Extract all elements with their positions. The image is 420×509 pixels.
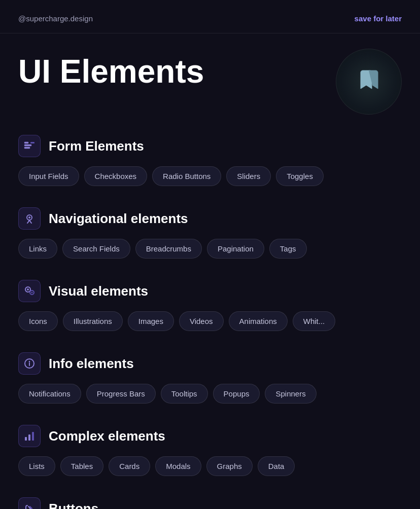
tag-progress-bars[interactable]: Progress Bars (86, 384, 156, 404)
tag-notifications[interactable]: Notifications (18, 384, 81, 404)
category-header-info-elements: Info elements (18, 352, 402, 375)
bookmark-circle[interactable] (336, 49, 402, 115)
category-title-info-elements: Info elements (49, 356, 134, 372)
category-title-buttons: Buttons (49, 501, 98, 510)
category-header-navigational-elements: Navigational elements (18, 207, 402, 230)
top-bar: @supercharge.design save for later (0, 0, 420, 33)
category-title-complex-elements: Complex elements (49, 428, 165, 444)
category-buttons: Buttons (18, 497, 402, 509)
tag-tooltips[interactable]: Tooltips (161, 384, 208, 404)
category-complex-elements: Complex elementsListsTablesCardsModalsGr… (18, 425, 402, 476)
tag-modals[interactable]: Modals (155, 456, 201, 476)
svg-rect-1 (24, 144, 31, 146)
nav-icon (18, 207, 41, 230)
svg-rect-3 (30, 142, 34, 143)
tag-tags[interactable]: Tags (269, 239, 307, 259)
category-title-navigational-elements: Navigational elements (49, 211, 188, 227)
svg-rect-12 (25, 437, 27, 441)
tag-whit[interactable]: Whit... (293, 311, 336, 331)
tag-tables[interactable]: Tables (60, 456, 103, 476)
svg-point-11 (29, 361, 30, 362)
form-icon (18, 135, 41, 157)
tags-row-complex-elements: ListsTablesCardsModalsGraphsData (18, 456, 402, 476)
tag-illustrations[interactable]: Illustrations (63, 311, 123, 331)
category-form-elements: Form ElementsInput FieldsCheckboxesRadio… (18, 135, 402, 186)
tag-links[interactable]: Links (18, 239, 57, 259)
brand-handle: @supercharge.design (18, 14, 93, 23)
tag-spinners[interactable]: Spinners (265, 384, 316, 404)
visual-icon (18, 280, 41, 302)
tag-pagination[interactable]: Pagination (207, 239, 264, 259)
tag-animations[interactable]: Animations (229, 311, 288, 331)
tag-lists[interactable]: Lists (18, 456, 55, 476)
tag-radio-buttons[interactable]: Radio Buttons (152, 166, 221, 186)
svg-rect-2 (24, 147, 30, 149)
tag-data[interactable]: Data (258, 456, 295, 476)
tag-images[interactable]: Images (128, 311, 174, 331)
tag-toggles[interactable]: Toggles (276, 166, 324, 186)
hero-section: UI Elements (0, 33, 420, 120)
tag-cards[interactable]: Cards (109, 456, 150, 476)
bookmark-icon (359, 68, 379, 95)
category-header-form-elements: Form Elements (18, 135, 402, 157)
save-for-later-button[interactable]: save for later (355, 14, 402, 23)
svg-point-7 (27, 288, 29, 290)
category-navigational-elements: Navigational elementsLinksSearch FieldsB… (18, 207, 402, 259)
svg-point-9 (31, 292, 33, 294)
tags-row-info-elements: NotificationsProgress BarsTooltipsPopups… (18, 384, 402, 404)
tag-sliders[interactable]: Sliders (226, 166, 271, 186)
category-info-elements: Info elementsNotificationsProgress BarsT… (18, 352, 402, 404)
svg-point-5 (28, 216, 30, 219)
complex-icon (18, 425, 41, 447)
category-header-complex-elements: Complex elements (18, 425, 402, 447)
category-title-visual-elements: Visual elements (49, 283, 148, 299)
tag-search-fields[interactable]: Search Fields (62, 239, 130, 259)
category-header-visual-elements: Visual elements (18, 280, 402, 302)
category-header-buttons: Buttons (18, 497, 402, 509)
tag-graphs[interactable]: Graphs (206, 456, 253, 476)
svg-rect-13 (28, 434, 30, 441)
tags-row-form-elements: Input FieldsCheckboxesRadio ButtonsSlide… (18, 166, 402, 186)
page-title: UI Elements (18, 54, 204, 89)
svg-rect-0 (24, 142, 28, 143)
tag-breadcrumbs[interactable]: Breadcrumbs (135, 239, 202, 259)
button-icon (18, 497, 41, 509)
info-icon (18, 352, 41, 375)
tags-row-visual-elements: IconsIllustrationsImagesVideosAnimations… (18, 311, 402, 331)
tag-checkboxes[interactable]: Checkboxes (84, 166, 148, 186)
tag-videos[interactable]: Videos (179, 311, 224, 331)
category-visual-elements: Visual elementsIconsIllustrationsImagesV… (18, 280, 402, 331)
tag-popups[interactable]: Popups (213, 384, 260, 404)
tag-icons[interactable]: Icons (18, 311, 58, 331)
svg-rect-14 (32, 432, 34, 441)
category-title-form-elements: Form Elements (49, 138, 144, 154)
tags-row-navigational-elements: LinksSearch FieldsBreadcrumbsPaginationT… (18, 239, 402, 259)
content: Form ElementsInput FieldsCheckboxesRadio… (0, 120, 420, 509)
tag-input-fields[interactable]: Input Fields (18, 166, 79, 186)
